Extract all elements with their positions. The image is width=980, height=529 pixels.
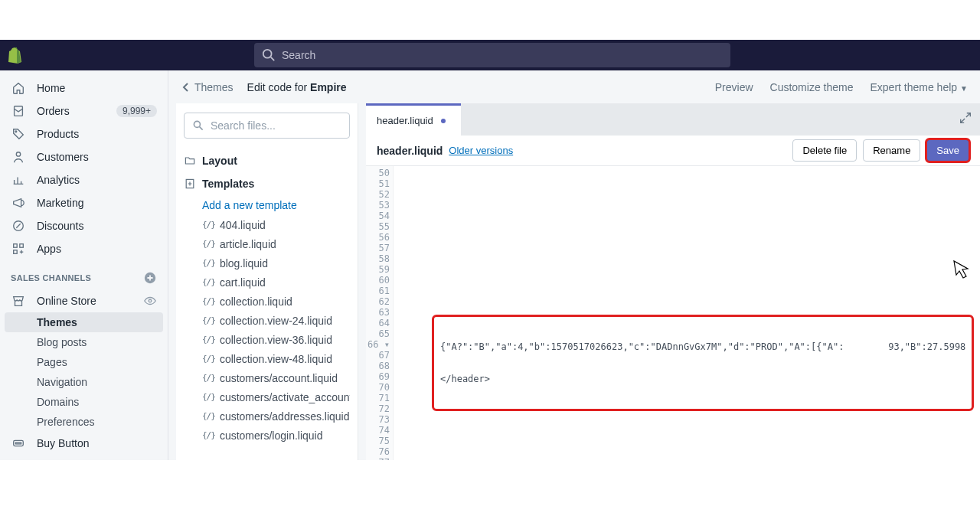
liquid-file-icon: {/} bbox=[202, 258, 215, 268]
svg-rect-6 bbox=[14, 244, 18, 248]
svg-rect-11 bbox=[14, 440, 24, 446]
liquid-file-icon: {/} bbox=[202, 277, 215, 287]
svg-rect-12 bbox=[15, 442, 21, 444]
person-icon bbox=[11, 149, 26, 165]
nav-sub-themes[interactable]: Themes bbox=[5, 312, 163, 332]
file-item[interactable]: {/}customers/addresses.liquid bbox=[184, 407, 350, 426]
nav-marketing[interactable]: Marketing bbox=[0, 191, 168, 214]
file-item[interactable]: {/}collection.liquid bbox=[184, 292, 350, 311]
svg-point-4 bbox=[16, 152, 20, 156]
liquid-file-icon: {/} bbox=[202, 411, 215, 421]
older-versions-link[interactable]: Older versions bbox=[449, 145, 513, 156]
svg-rect-7 bbox=[20, 244, 24, 248]
liquid-file-icon: {/} bbox=[202, 392, 215, 402]
code-highlight: {"A?":"B","a":4,"b":1570517026623,"c":"D… bbox=[432, 315, 974, 411]
file-item[interactable]: {/}collection.view-48.liquid bbox=[184, 349, 350, 368]
nav-sub-pages[interactable]: Pages bbox=[0, 352, 168, 372]
global-search[interactable]: Search bbox=[254, 43, 730, 67]
view-store-icon[interactable] bbox=[143, 294, 157, 308]
add-channel-icon[interactable] bbox=[143, 271, 157, 285]
home-icon bbox=[11, 80, 26, 96]
file-item[interactable]: {/}collection.view-36.liquid bbox=[184, 330, 350, 349]
nav-discounts[interactable]: Discounts bbox=[0, 214, 168, 237]
nav-sub-domains[interactable]: Domains bbox=[0, 392, 168, 412]
expand-icon[interactable] bbox=[959, 111, 972, 125]
orders-badge: 9,999+ bbox=[116, 105, 157, 117]
add-new-template[interactable]: Add a new template bbox=[184, 195, 350, 215]
liquid-file-icon: {/} bbox=[202, 220, 215, 230]
file-item[interactable]: {/}404.liquid bbox=[184, 215, 350, 234]
nav-buy-button[interactable]: Buy Button bbox=[0, 432, 168, 455]
buy-button-icon bbox=[11, 436, 26, 451]
liquid-file-icon: {/} bbox=[202, 373, 215, 383]
liquid-file-icon: {/} bbox=[202, 315, 215, 325]
nav-sub-navigation[interactable]: Navigation bbox=[0, 372, 168, 392]
rename-button[interactable]: Rename bbox=[863, 139, 920, 162]
file-item[interactable]: {/}customers/login.liquid bbox=[184, 426, 350, 445]
svg-line-14 bbox=[200, 127, 203, 130]
svg-line-1 bbox=[271, 57, 275, 61]
nav-apps[interactable]: Apps bbox=[0, 237, 168, 260]
back-to-themes[interactable]: Themes bbox=[181, 81, 234, 93]
liquid-file-icon: {/} bbox=[202, 335, 215, 345]
preview-link[interactable]: Preview bbox=[715, 81, 753, 93]
expert-theme-help-link[interactable]: Expert theme help▼ bbox=[870, 81, 968, 93]
current-file-name: header.liquid bbox=[377, 145, 443, 157]
svg-point-13 bbox=[194, 121, 200, 127]
tag-icon bbox=[11, 126, 26, 142]
liquid-file-icon: {/} bbox=[202, 354, 215, 364]
nav-customers[interactable]: Customers bbox=[0, 145, 168, 168]
svg-point-3 bbox=[15, 131, 17, 132]
nav-home[interactable]: Home bbox=[0, 77, 168, 100]
shopify-logo bbox=[0, 40, 28, 70]
save-button[interactable]: Save bbox=[926, 139, 969, 162]
code-editor[interactable]: 50 51 52 53 54 55 56 57 58 59 60 61 62 6… bbox=[366, 166, 980, 460]
editor-tabs: header.liquid bbox=[366, 103, 980, 136]
file-explorer: Search files... Layout Templates Add a n… bbox=[176, 103, 358, 460]
line-gutter: 50 51 52 53 54 55 56 57 58 59 60 61 62 6… bbox=[366, 166, 394, 460]
nav-sub-preferences[interactable]: Preferences bbox=[0, 412, 168, 432]
nav-sub-blog-posts[interactable]: Blog posts bbox=[0, 332, 168, 352]
nav-orders[interactable]: Orders 9,999+ bbox=[0, 100, 168, 122]
file-header: header.liquid Older versions Delete file… bbox=[366, 136, 980, 166]
file-item[interactable]: {/}article.liquid bbox=[184, 234, 350, 253]
store-icon bbox=[11, 293, 26, 309]
liquid-file-icon: {/} bbox=[202, 430, 215, 440]
top-bar: Search bbox=[0, 40, 980, 70]
nav-online-store[interactable]: Online Store bbox=[0, 289, 168, 312]
customize-theme-link[interactable]: Customize theme bbox=[770, 81, 854, 93]
liquid-file-icon: {/} bbox=[202, 239, 215, 249]
svg-rect-8 bbox=[14, 250, 18, 254]
breadcrumb-bar: Themes Edit code for Empire Preview Cust… bbox=[168, 70, 980, 103]
megaphone-icon bbox=[11, 195, 26, 211]
file-item[interactable]: {/}customers/account.liquid bbox=[184, 368, 350, 387]
svg-point-10 bbox=[149, 299, 152, 302]
nav-analytics[interactable]: Analytics bbox=[0, 168, 168, 191]
page-title: Edit code for Empire bbox=[247, 81, 347, 93]
chevron-down-icon: ▼ bbox=[960, 84, 968, 93]
code-editor-panel: header.liquid header.liquid Older versio… bbox=[366, 103, 980, 460]
svg-rect-2 bbox=[15, 106, 23, 116]
nav-products[interactable]: Products bbox=[0, 122, 168, 145]
sales-channels-header: SALES CHANNELS bbox=[0, 260, 168, 289]
discount-icon bbox=[11, 218, 26, 233]
file-item[interactable]: {/}blog.liquid bbox=[184, 253, 350, 273]
delete-file-button[interactable]: Delete file bbox=[792, 139, 857, 162]
svg-point-0 bbox=[263, 50, 272, 58]
liquid-file-icon: {/} bbox=[202, 296, 215, 306]
file-item[interactable]: {/}customers/activate_account.l bbox=[184, 387, 350, 407]
tab-header-liquid[interactable]: header.liquid bbox=[366, 103, 461, 136]
folder-layout[interactable]: Layout bbox=[184, 149, 350, 172]
folder-templates[interactable]: Templates bbox=[184, 172, 350, 195]
file-item[interactable]: {/}cart.liquid bbox=[184, 273, 350, 292]
analytics-icon bbox=[11, 172, 26, 188]
search-placeholder: Search bbox=[282, 49, 315, 61]
file-search-input[interactable]: Search files... bbox=[184, 113, 350, 139]
main-sidebar: Home Orders 9,999+ Products Customers An… bbox=[0, 70, 168, 460]
apps-icon bbox=[11, 241, 26, 256]
orders-icon bbox=[11, 103, 26, 119]
file-item[interactable]: {/}collection.view-24.liquid bbox=[184, 311, 350, 330]
unsaved-dot-icon bbox=[441, 119, 446, 123]
